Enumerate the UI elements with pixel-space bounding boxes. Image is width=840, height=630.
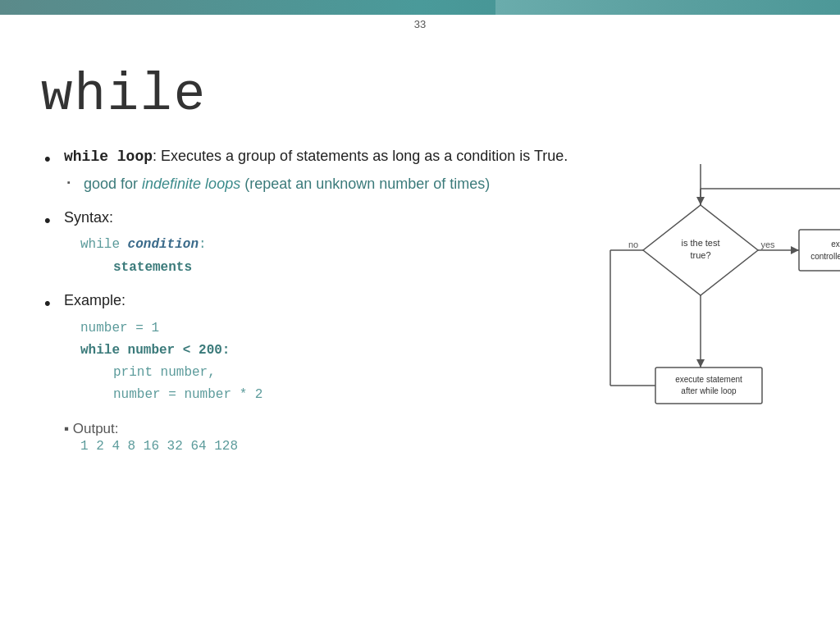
code-multiply: number = number * 2 xyxy=(80,387,262,402)
svg-marker-15 xyxy=(696,359,705,368)
code-statements: statements xyxy=(80,260,192,275)
code-number-init: number = 1 xyxy=(80,321,159,336)
svg-rect-5 xyxy=(799,230,840,271)
exec-after-2: after while loop xyxy=(681,386,737,395)
test-label: is the test xyxy=(681,238,719,248)
italic-indefinite: indefinite loops xyxy=(142,176,240,192)
while-loop-keyword: while loop: Executes a group of statemen… xyxy=(64,148,568,164)
exec-controlled-1: execute the xyxy=(831,240,840,249)
code-print: print number, xyxy=(80,365,216,380)
code-while-stmt: while number < 200: xyxy=(80,343,230,358)
code-condition: condition xyxy=(128,237,199,252)
output-label-bullet: ▪ xyxy=(64,421,73,436)
svg-marker-4 xyxy=(791,246,799,254)
output-label: Output: xyxy=(73,421,119,436)
while-loop-desc: : Executes a group of statements as long… xyxy=(153,148,568,164)
slide-number: 33 xyxy=(414,18,426,30)
yes-label: yes xyxy=(760,240,775,249)
exec-controlled-2: controlled statement(s) xyxy=(810,252,840,261)
code-colon: : xyxy=(199,237,207,252)
page-title: while xyxy=(41,66,799,125)
top-bar-right xyxy=(495,0,840,15)
svg-rect-13 xyxy=(655,368,762,404)
example-label: Example: xyxy=(64,292,126,308)
test-label2: true? xyxy=(690,250,710,260)
no-label: no xyxy=(628,240,638,249)
code-while-keyword: while xyxy=(80,237,128,252)
exec-after-1: execute statement xyxy=(675,375,742,384)
while-loop-label: while loop xyxy=(64,148,153,165)
syntax-label: Syntax: xyxy=(64,209,113,226)
flowchart-diagram: is the test true? no yes execute the con… xyxy=(561,164,840,476)
